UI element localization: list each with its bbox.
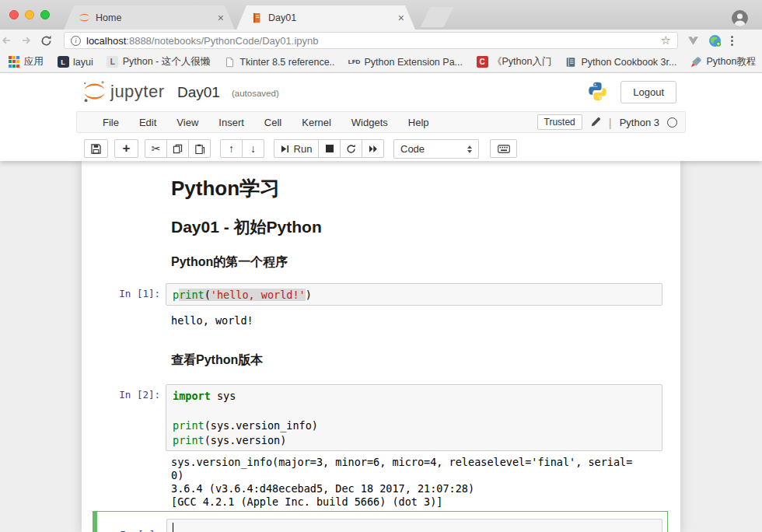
extension-globe-icon[interactable] <box>708 34 722 47</box>
profile-icon[interactable] <box>730 9 750 28</box>
browser-titlebar: Home × Day01 × <box>0 0 762 30</box>
jupyter-logo[interactable]: jupyter <box>82 79 165 103</box>
back-icon[interactable] <box>0 34 20 47</box>
bookmark-python-tutorial[interactable]: Python教程 <box>690 55 756 68</box>
menu-file[interactable]: File <box>93 117 129 128</box>
markdown-heading-1[interactable]: Python学习 <box>171 175 280 202</box>
run-label: Run <box>294 143 313 155</box>
notebook-toolbar: + ✂ ↑ ↓ <box>0 133 762 161</box>
menu-view[interactable]: View <box>166 117 208 128</box>
menu-cell[interactable]: Cell <box>254 117 292 128</box>
url-host: localhost <box>86 35 126 47</box>
paste-cell-button[interactable] <box>188 139 211 158</box>
move-cell-up-button[interactable]: ↑ <box>220 139 243 158</box>
cell3-input-prompt: In [ ]: <box>82 529 161 532</box>
bookmark-label: Tkinter 8.5 reference.. <box>239 57 334 68</box>
reload-icon[interactable] <box>40 35 61 47</box>
edit-mode-pencil-icon <box>590 117 601 128</box>
bookmark-apps[interactable]: 应用 <box>8 55 44 68</box>
page-info-icon[interactable]: i <box>71 36 81 46</box>
tab-day01-title: Day01 <box>268 12 397 23</box>
bookmark-label: 《Python入门 <box>492 55 551 68</box>
move-cell-down-button[interactable]: ↓ <box>242 139 264 158</box>
bookmark-layui[interactable]: L layui <box>57 56 93 68</box>
cell2-code-input[interactable]: import sys print(sys.version_info)print(… <box>166 384 662 451</box>
screen: Home × Day01 × <box>0 0 762 532</box>
jupyter-header: jupyter Day01 (autosaved) Logout File Ed… <box>0 73 762 161</box>
extension-v-icon[interactable] <box>687 36 699 46</box>
autosave-status: (autosaved) <box>232 89 279 98</box>
new-tab-button[interactable] <box>421 7 454 27</box>
cell3-code-input[interactable] <box>166 519 662 532</box>
markdown-heading-3-second[interactable]: 查看Python版本 <box>171 352 263 369</box>
cut-cell-button[interactable]: ✂ <box>145 139 167 158</box>
kernel-name: Python 3 <box>620 117 659 128</box>
bookmark-label: Python教程 <box>706 55 756 68</box>
menu-insert[interactable]: Insert <box>208 117 254 128</box>
cell1-code-input[interactable]: print('hello, world!') <box>166 283 662 306</box>
bookmark-python-intro[interactable]: C 《Python入门 <box>476 55 551 68</box>
jupyter-logo-icon <box>82 79 107 103</box>
trusted-button[interactable]: Trusted <box>537 114 582 130</box>
chrome-menu-icon[interactable] <box>731 36 733 46</box>
tab-home[interactable]: Home × <box>64 5 235 30</box>
add-cell-button[interactable]: + <box>114 139 138 158</box>
menu-kernel[interactable]: Kernel <box>292 117 341 128</box>
kernel-idle-indicator <box>667 117 677 128</box>
python-logo-icon <box>587 81 608 102</box>
logout-button[interactable]: Logout <box>620 81 676 103</box>
browser-toolbar: i localhost:8888/notebooks/PythonCode/Da… <box>0 30 762 51</box>
minimize-window-button[interactable] <box>25 10 34 19</box>
bookmarks-bar: 应用 L layui L Python - 这个人很懒 Tkinter 8.5 … <box>0 51 762 73</box>
bookmark-label: Python - 这个人很懒 <box>123 55 211 68</box>
rocket-icon <box>690 56 702 68</box>
markdown-heading-2[interactable]: Day01 - 初始Python <box>171 216 322 238</box>
tab-day01[interactable]: Day01 × <box>236 5 415 30</box>
bookmark-python-extension[interactable]: LFD Python Extension Pa... <box>348 56 463 68</box>
bookmark-python-lazy[interactable]: L Python - 这个人很懒 <box>107 55 211 68</box>
url-input[interactable]: i localhost:8888/notebooks/PythonCode/Da… <box>64 32 678 49</box>
notebook-container: Python学习 Day01 - 初始Python Python的第一个程序 I… <box>82 161 680 532</box>
command-palette-button[interactable] <box>490 139 517 158</box>
bookmark-cookbook[interactable]: Python Cookbook 3r... <box>565 56 676 68</box>
jupyter-favicon <box>78 12 90 24</box>
notebook-body: Python学习 Day01 - 初始Python Python的第一个程序 I… <box>0 161 762 532</box>
close-window-button[interactable] <box>9 10 19 19</box>
restart-kernel-button[interactable] <box>340 139 362 158</box>
bookmark-label: layui <box>73 57 93 68</box>
cell2-input-prompt: In [2]: <box>82 389 160 401</box>
layui-icon: L <box>57 56 69 68</box>
cell-type-value: Code <box>400 143 425 155</box>
menubar-divider: | <box>609 116 612 129</box>
apps-grid-icon <box>8 56 20 68</box>
tab-home-close-icon[interactable]: × <box>216 12 225 23</box>
run-cell-button[interactable]: Run <box>274 139 319 158</box>
zoom-window-button[interactable] <box>40 10 50 19</box>
interrupt-kernel-button[interactable] <box>318 139 341 158</box>
copy-cell-button[interactable] <box>166 139 189 158</box>
markdown-heading-3-first[interactable]: Python的第一个程序 <box>171 254 288 271</box>
cell2-output: sys.version_info(major=3, minor=6, micro… <box>171 456 632 509</box>
bookmark-tkinter[interactable]: Tkinter 8.5 reference.. <box>223 56 334 68</box>
cell-type-select[interactable]: Code <box>393 139 479 159</box>
letter-l-icon: L <box>107 56 119 68</box>
forward-icon[interactable] <box>20 34 40 47</box>
text-cursor <box>173 523 173 532</box>
tab-day01-close-icon[interactable]: × <box>397 12 406 23</box>
notebook-title[interactable]: Day01 <box>177 84 220 101</box>
notebook-favicon <box>250 12 263 24</box>
menu-help[interactable]: Help <box>398 117 439 128</box>
notebook-menubar: File Edit View Insert Cell Kernel Widget… <box>0 111 762 133</box>
menu-widgets[interactable]: Widgets <box>341 117 398 128</box>
bookmark-label: Python Cookbook 3r... <box>581 57 676 68</box>
menu-edit[interactable]: Edit <box>129 117 166 128</box>
bookmark-star-icon[interactable]: ☆ <box>661 33 671 47</box>
restart-run-all-button[interactable] <box>362 139 384 158</box>
save-button[interactable] <box>84 139 108 158</box>
red-c-icon: C <box>476 56 488 68</box>
cell3-selected-cell[interactable]: In [ ]: <box>93 511 668 532</box>
selected-code-text: rint('hello, world!' <box>179 289 306 301</box>
cell1-output: hello, world! <box>171 314 253 327</box>
bookmark-label: 应用 <box>24 55 44 68</box>
url-path: :8888/notebooks/PythonCode/Day01.ipynb <box>126 35 318 47</box>
